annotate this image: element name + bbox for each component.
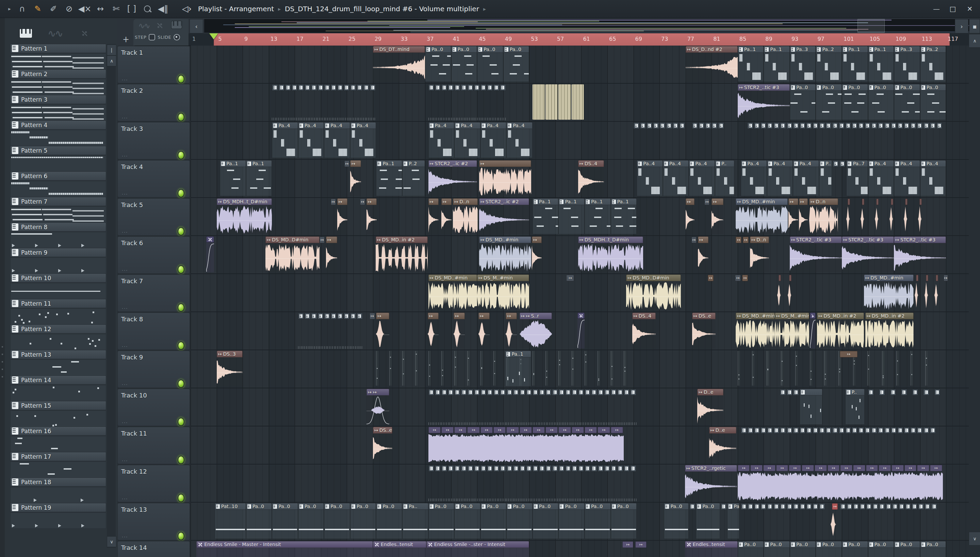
pattern-clip[interactable]: Pa..4 — [324, 122, 350, 158]
mute-icon[interactable]: ◀× — [78, 0, 92, 18]
sliced-audio-clip[interactable] — [789, 275, 792, 281]
pattern-segment-clip[interactable] — [846, 503, 853, 510]
clip-header[interactable]: Pa..0 — [920, 541, 946, 548]
delete-icon[interactable]: ⊘ — [62, 0, 76, 18]
pattern-clip[interactable]: Pat..10 — [215, 503, 246, 539]
ghost-note-clip[interactable] — [441, 351, 444, 386]
pattern-clip[interactable]: Pa..0 — [842, 541, 868, 557]
track-header[interactable]: Track 11... — [118, 427, 190, 464]
audio-segment-clip[interactable]: ↦ — [905, 465, 917, 471]
pattern-segment-clip[interactable] — [604, 389, 610, 396]
pattern-item[interactable]: Pattern 11 — [10, 299, 106, 325]
pattern-segment-clip[interactable] — [879, 503, 885, 510]
clip-header[interactable]: Pa..2 — [920, 46, 946, 53]
pattern-clip[interactable]: Pa..0 — [664, 503, 689, 539]
track-mute-led[interactable] — [178, 113, 185, 121]
pattern-item-header[interactable]: Pattern 16 — [10, 427, 106, 436]
track-lane[interactable]: ↦↦↦D..eP.. — [191, 388, 969, 427]
pattern-segment-clip[interactable] — [871, 427, 877, 433]
clip-header[interactable]: ↦DS_MD..in #2 — [817, 313, 864, 319]
clip-header[interactable]: ↦ — [799, 198, 808, 205]
pattern-clip[interactable]: Pa..4 — [298, 122, 324, 158]
pattern-item[interactable]: Pattern 15 — [10, 401, 106, 427]
audio-segment-clip[interactable]: ↦ — [454, 427, 467, 433]
pattern-segment-clip[interactable] — [357, 84, 363, 91]
pattern-clip[interactable]: Pa..1 — [738, 46, 764, 82]
ghost-note-clip[interactable] — [896, 351, 899, 386]
pattern-segment-clip[interactable] — [747, 427, 753, 433]
pattern-segment-clip[interactable] — [448, 465, 454, 472]
audio-clip[interactable]: ↦DS_MD..D#min — [265, 236, 320, 273]
pattern-segment-clip[interactable] — [866, 503, 872, 510]
pattern-segment-clip[interactable] — [761, 503, 767, 510]
pattern-segment-clip[interactable] — [532, 465, 539, 472]
track-header[interactable]: Track 4... — [118, 160, 190, 197]
pattern-segment-clip[interactable] — [786, 503, 792, 510]
selected-audio-segment[interactable]: ↦ — [832, 503, 838, 510]
clip-header[interactable]: Pa..2 — [816, 46, 842, 53]
pattern-segment-clip[interactable] — [526, 389, 532, 396]
pattern-segment-clip[interactable] — [865, 427, 871, 433]
pattern-segment-clip[interactable] — [793, 503, 799, 510]
audio-clip[interactable]: ↦DS_MD..#min — [864, 274, 913, 311]
pattern-clip[interactable]: Pa..0 — [738, 541, 764, 557]
pattern-segment-clip[interactable] — [923, 122, 929, 129]
pattern-segment-clip[interactable] — [611, 389, 617, 396]
pattern-segment-clip[interactable] — [500, 465, 506, 472]
pattern-clip[interactable]: Pa..0 — [477, 46, 503, 82]
audio-clip[interactable]: ↦DS_DT..mind — [373, 46, 425, 82]
pattern-item-header[interactable]: Pattern 12 — [10, 324, 106, 334]
pattern-segment-clip[interactable] — [858, 427, 864, 433]
pattern-segment-clip[interactable] — [852, 427, 858, 433]
pattern-clip[interactable]: Pa..0 — [920, 84, 946, 121]
audio-clip[interactable]: ↦DS_MD..#min — [736, 198, 788, 235]
pattern-segment-clip[interactable] — [660, 122, 666, 129]
audio-clip[interactable]: ↦DS_MD..in #2 — [376, 236, 428, 273]
ghost-note-clip[interactable] — [911, 351, 913, 386]
clip-header[interactable]: Pa..4 — [663, 160, 689, 167]
pattern-clip[interactable]: Pa..0 — [350, 503, 376, 539]
pattern-segment-clip[interactable] — [699, 122, 705, 129]
audio-segment-clip[interactable]: ↦ — [742, 275, 748, 281]
clip-header[interactable]: Pa..0 — [696, 503, 720, 510]
clip-header[interactable]: Endless Smile - Master - Intensit — [196, 541, 373, 548]
pattern-clip[interactable]: Pa..0 — [532, 503, 559, 539]
clip-header[interactable]: Pa..1 — [842, 46, 868, 53]
pattern-segment-clip[interactable] — [513, 389, 519, 396]
clip-header[interactable]: Pa..0 — [451, 46, 477, 53]
pattern-item-header[interactable]: Pattern 3 — [10, 95, 106, 104]
pattern-segment-clip[interactable] — [806, 503, 812, 510]
pattern-segment-clip[interactable] — [493, 465, 500, 472]
pattern-segment-clip[interactable] — [506, 389, 513, 396]
pattern-clip[interactable]: Pa..4 — [767, 160, 793, 197]
audio-segment-clip[interactable]: ↦ — [331, 199, 336, 205]
clip-header[interactable]: Pa..0 — [272, 503, 298, 510]
clip-header[interactable]: ↦DS_MD..D#min — [265, 236, 320, 243]
pattern-segment-clip[interactable] — [611, 465, 617, 472]
pattern-segment-clip[interactable] — [337, 313, 343, 319]
clip-header[interactable]: P.. — [819, 160, 832, 167]
pattern-clip[interactable]: Pa..1 — [505, 350, 531, 387]
pattern-clip[interactable]: Pa..0 — [920, 541, 946, 557]
clip-header[interactable]: Pa..0 — [480, 503, 507, 510]
clip-header[interactable]: Pa..0 — [920, 84, 946, 91]
pattern-clip[interactable]: Pa..3 — [790, 46, 816, 82]
sliced-audio-clip[interactable] — [876, 199, 879, 205]
clip-header[interactable]: P.. — [845, 389, 865, 396]
clip-header[interactable] — [577, 313, 585, 319]
pattern-segment-clip[interactable] — [879, 389, 885, 396]
track-lane[interactable]: ↦DS_MD..#min↦DS_M..#min↦↦DS_MD..D#min↦↦↦… — [191, 274, 969, 312]
clip-header[interactable]: Pa..0 — [764, 541, 790, 548]
pattern-segment-clip[interactable] — [877, 122, 884, 129]
pattern-segment-clip[interactable] — [630, 389, 636, 396]
clip-header[interactable]: Pa..0 — [324, 503, 350, 510]
pattern-segment-clip[interactable] — [546, 389, 552, 396]
audio-clip[interactable]: ↦ — [506, 313, 517, 349]
pattern-clip[interactable]: Pa..0 — [816, 541, 842, 557]
pattern-segment-clip[interactable] — [839, 161, 845, 167]
pattern-item-header[interactable]: Pattern 9 — [10, 248, 106, 257]
clip-header[interactable]: ↦DS_MD..#min — [428, 274, 477, 281]
scroll-up-button[interactable]: ∧ — [107, 55, 116, 66]
clip-header[interactable]: ↦DS..e — [373, 427, 392, 433]
clip-header[interactable]: Pa..0 — [894, 541, 920, 548]
